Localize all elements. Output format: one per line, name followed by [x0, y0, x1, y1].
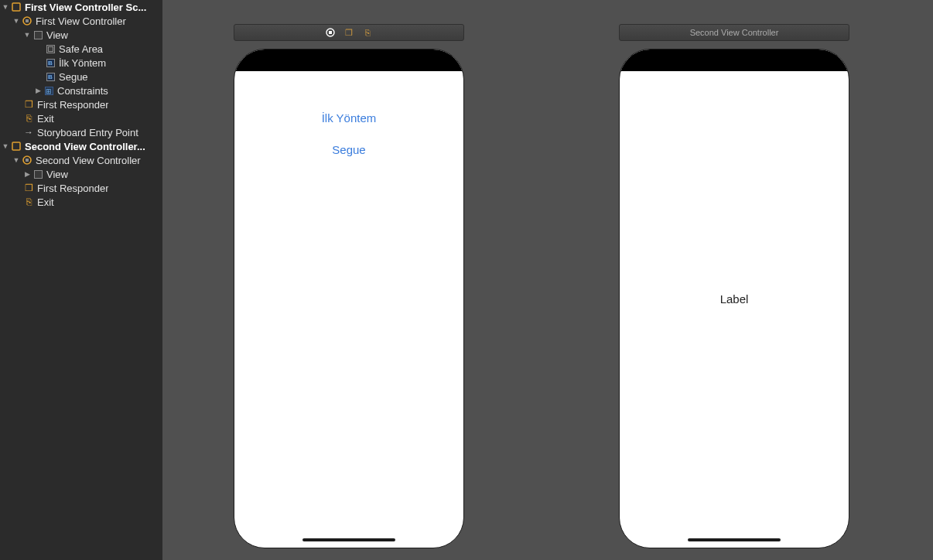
home-indicator — [688, 538, 781, 541]
outline-first-view-controller[interactable]: ▼ First View Controller — [0, 14, 162, 28]
button-ilk-yontem[interactable]: İlk Yöntem — [322, 111, 377, 125]
outline-label: Safe Area — [59, 43, 103, 55]
disclosure-down-icon[interactable]: ▼ — [2, 142, 9, 150]
disclosure-right-icon[interactable]: ▶ — [23, 170, 31, 178]
outline-label: First Responder — [37, 99, 108, 111]
storyboard-scene-icon — [11, 2, 22, 12]
svg-rect-3 — [12, 142, 20, 150]
scene-dock[interactable]: Second View Controller — [619, 24, 849, 41]
outline-button-segue[interactable]: Segue — [0, 70, 162, 84]
safe-area-icon — [45, 43, 56, 54]
viewcontroller-icon — [22, 15, 32, 26]
view-icon — [32, 169, 43, 179]
outline-exit[interactable]: ⎘ Exit — [0, 111, 162, 125]
outline-label: İlk Yöntem — [59, 57, 106, 69]
outline-first-responder[interactable]: ❒ First Responder — [0, 97, 162, 111]
outline-label: Exit — [37, 196, 54, 208]
outline-scene-first[interactable]: ▼ First View Controller Sc... — [0, 0, 162, 14]
outline-label: First View Controller — [36, 15, 126, 27]
button-segue[interactable]: Segue — [332, 143, 365, 156]
disclosure-right-icon[interactable]: ▶ — [34, 87, 42, 94]
constraints-icon — [43, 85, 54, 96]
outline-scene-second[interactable]: ▼ Second View Controller... — [0, 139, 162, 153]
document-outline[interactable]: ▼ First View Controller Sc... ▼ First Vi… — [0, 0, 162, 560]
outline-label: Constraints — [57, 85, 108, 97]
label-placeholder[interactable]: Label — [720, 292, 749, 306]
scene-dock-title: Second View Controller — [690, 28, 779, 37]
device-frame-second[interactable]: Label — [619, 49, 849, 548]
scene-first-view-controller[interactable]: ❒ ⎘ İlk Yöntem Segue — [234, 24, 464, 548]
outline-button-ilkyontem[interactable]: İlk Yöntem — [0, 56, 162, 70]
first-responder-icon: ❒ — [23, 99, 34, 110]
exit-icon: ⎘ — [23, 113, 34, 124]
outline-label: Storyboard Entry Point — [37, 127, 138, 138]
outline-view[interactable]: ▶ View — [0, 167, 162, 181]
outline-exit[interactable]: ⎘ Exit — [0, 195, 162, 209]
outline-entry-point[interactable]: → Storyboard Entry Point — [0, 125, 162, 139]
view-icon — [32, 29, 43, 40]
outline-label: View — [46, 29, 68, 41]
dock-exit-icon[interactable]: ⎘ — [362, 27, 373, 38]
svg-rect-5 — [26, 159, 29, 162]
outline-constraints[interactable]: ▶ Constraints — [0, 84, 162, 97]
svg-rect-7 — [329, 31, 332, 34]
outline-label: Segue — [59, 71, 88, 83]
disclosure-down-icon[interactable]: ▼ — [23, 31, 31, 39]
outline-label: Second View Controller — [36, 155, 141, 166]
interface-builder-canvas[interactable]: ❒ ⎘ İlk Yöntem Segue Second View Control… — [162, 0, 933, 560]
outline-view[interactable]: ▼ View — [0, 28, 162, 42]
outline-first-responder[interactable]: ❒ First Responder — [0, 181, 162, 195]
first-responder-icon: ❒ — [23, 183, 34, 193]
outline-label: First Responder — [37, 183, 108, 194]
home-indicator — [302, 538, 395, 541]
outline-label: Second View Controller... — [25, 141, 145, 152]
disclosure-down-icon[interactable]: ▼ — [2, 3, 9, 11]
button-icon — [45, 71, 56, 82]
dock-viewcontroller-icon[interactable] — [325, 27, 336, 38]
device-frame-first[interactable]: İlk Yöntem Segue — [234, 49, 464, 548]
button-icon — [45, 57, 56, 68]
outline-second-view-controller[interactable]: ▼ Second View Controller — [0, 153, 162, 167]
svg-rect-0 — [12, 3, 20, 11]
storyboard-scene-icon — [11, 141, 22, 152]
scene-second-view-controller[interactable]: Second View Controller Label — [619, 24, 849, 548]
entry-point-icon: → — [23, 127, 34, 138]
viewcontroller-icon — [22, 155, 32, 166]
outline-safe-area[interactable]: Safe Area — [0, 42, 162, 56]
outline-label: First View Controller Sc... — [25, 2, 146, 13]
outline-label: View — [46, 169, 68, 180]
exit-icon: ⎘ — [23, 196, 34, 207]
root-view[interactable]: İlk Yöntem Segue — [234, 50, 463, 548]
disclosure-down-icon[interactable]: ▼ — [12, 17, 20, 25]
scene-dock[interactable]: ❒ ⎘ — [234, 24, 464, 41]
disclosure-down-icon[interactable]: ▼ — [12, 156, 20, 164]
outline-label: Exit — [37, 113, 54, 125]
dock-first-responder-icon[interactable]: ❒ — [343, 27, 354, 38]
svg-rect-2 — [26, 19, 29, 22]
root-view[interactable]: Label — [620, 50, 849, 548]
